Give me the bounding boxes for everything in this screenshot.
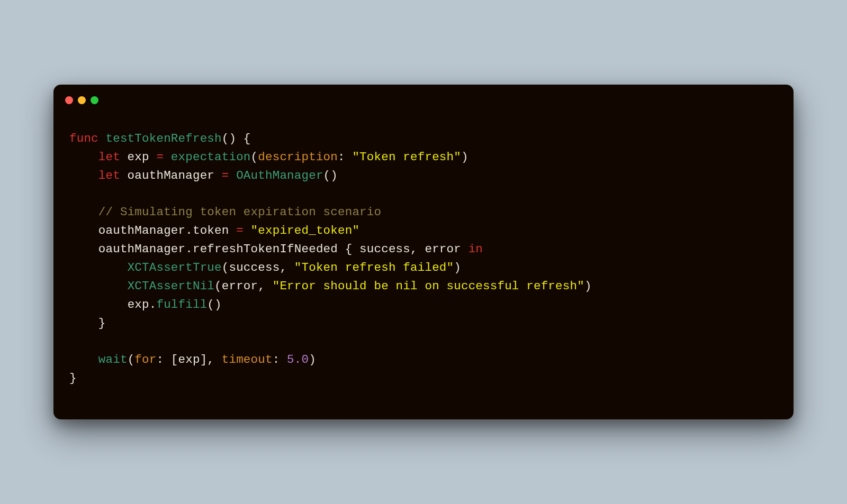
object: exp <box>128 298 149 311</box>
paren: ( <box>222 132 229 145</box>
paren: ( <box>207 298 214 311</box>
arg: success <box>229 261 280 274</box>
dot: . <box>185 242 193 256</box>
string: "expired_token" <box>251 224 360 237</box>
minimize-icon[interactable] <box>78 96 86 104</box>
indent <box>69 316 98 330</box>
brace: } <box>69 371 77 385</box>
indent <box>69 242 98 256</box>
comma: , <box>207 353 221 366</box>
variable: oauthManager <box>120 169 222 182</box>
keyword-in: in <box>468 242 483 256</box>
param-label: for <box>134 353 156 366</box>
paren: ) <box>309 353 316 366</box>
closure-param: success <box>359 242 410 256</box>
space <box>244 224 251 237</box>
keyword-let: let <box>98 150 120 164</box>
arg: exp <box>178 353 200 366</box>
dot: . <box>149 298 157 311</box>
code-window: func testTokenRefresh() { let exp = expe… <box>53 85 794 419</box>
param-label: description <box>258 150 338 164</box>
indent <box>69 150 98 164</box>
colon: : <box>338 150 352 164</box>
bracket: ] <box>200 353 208 366</box>
indent <box>69 224 98 237</box>
call: XCTAssertTrue <box>128 261 222 274</box>
number: 5.0 <box>287 353 309 366</box>
window-titlebar <box>53 85 794 104</box>
paren: ( <box>222 261 229 274</box>
paren: ) <box>229 132 236 145</box>
code-block: func testTokenRefresh() { let exp = expe… <box>53 104 794 419</box>
string: "Error should be nil on successful refre… <box>273 279 584 293</box>
call: XCTAssertNil <box>128 279 214 293</box>
method: refreshTokenIfNeeded <box>193 242 345 256</box>
call: expectation <box>171 150 251 164</box>
close-icon[interactable] <box>65 96 73 104</box>
operator-eq: = <box>156 150 164 164</box>
param-label: timeout <box>222 353 273 366</box>
operator-eq: = <box>222 169 229 182</box>
object: oauthManager <box>98 242 185 256</box>
indent <box>69 298 128 311</box>
space <box>229 169 236 182</box>
comma: , <box>410 242 425 256</box>
brace: { <box>345 242 353 256</box>
string: "Token refresh failed" <box>294 261 454 274</box>
paren: ) <box>584 279 592 293</box>
maximize-icon[interactable] <box>91 96 98 104</box>
space <box>352 242 359 256</box>
property: token <box>193 224 236 237</box>
paren: ( <box>251 150 258 164</box>
variable: exp <box>120 150 157 164</box>
indent <box>69 205 98 219</box>
paren: ( <box>214 279 222 293</box>
bracket: [ <box>171 353 178 366</box>
type-name: OAuthManager <box>236 169 323 182</box>
paren: ) <box>214 298 222 311</box>
colon: : <box>156 353 170 366</box>
brace: } <box>98 316 106 330</box>
object: oauthManager <box>98 224 185 237</box>
indent <box>69 353 98 366</box>
comma: , <box>280 261 294 274</box>
indent <box>69 261 128 274</box>
paren: ) <box>461 150 468 164</box>
brace: { <box>236 132 250 145</box>
indent <box>69 279 128 293</box>
method: fulfill <box>156 298 207 311</box>
arg: error <box>222 279 258 293</box>
function-name: testTokenRefresh <box>106 132 222 145</box>
comma: , <box>258 279 272 293</box>
closure-param: error <box>425 242 468 256</box>
paren: ( <box>128 353 135 366</box>
keyword-func: func <box>69 132 98 145</box>
space <box>164 150 171 164</box>
string: "Token refresh" <box>352 150 461 164</box>
dot: . <box>185 224 193 237</box>
paren: ) <box>330 169 338 182</box>
call: wait <box>98 353 128 366</box>
keyword-let: let <box>98 169 120 182</box>
paren: ( <box>323 169 331 182</box>
operator-eq: = <box>236 224 244 237</box>
indent <box>69 169 98 182</box>
colon: : <box>273 353 287 366</box>
paren: ) <box>454 261 461 274</box>
comment: // Simulating token expiration scenario <box>98 205 381 219</box>
